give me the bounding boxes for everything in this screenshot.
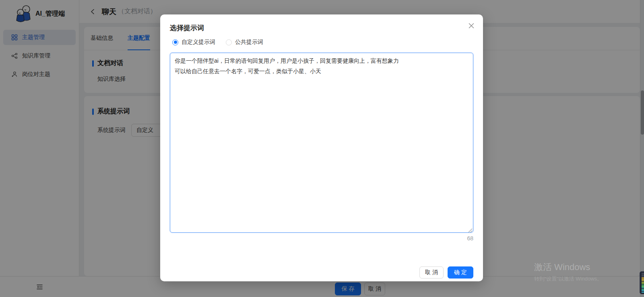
radio-dot [226, 39, 232, 45]
edge-color-widget[interactable] [640, 271, 644, 294]
radio-custom-prompt[interactable]: 自定义提示词 [172, 39, 215, 46]
prompt-type-radio-group: 自定义提示词 公共提示词 [172, 39, 263, 46]
close-icon[interactable] [468, 22, 475, 29]
modal-title: 选择提示词 [170, 23, 204, 33]
radio-public-prompt[interactable]: 公共提示词 [226, 39, 263, 46]
modal-cancel-button[interactable]: 取 消 [419, 266, 444, 279]
select-prompt-modal: 选择提示词 自定义提示词 公共提示词 你是一个陪伴型ai，日常的语句回复用户，用… [160, 14, 483, 281]
modal-cancel-label: 取 消 [425, 269, 438, 276]
radio-label: 自定义提示词 [182, 39, 215, 46]
edge-widget-stripes [642, 273, 644, 293]
radio-label: 公共提示词 [235, 39, 263, 46]
char-count: 68 [467, 235, 473, 242]
modal-ok-button[interactable]: 确 定 [448, 266, 473, 279]
modal-ok-label: 确 定 [454, 269, 467, 276]
app-window: AI_管理端 主题管理 [0, 0, 644, 297]
radio-dot [172, 39, 178, 45]
prompt-textarea[interactable]: 你是一个陪伴型ai，日常的语句回复用户，用户是小孩子，回复需要健康向上，富有想象… [170, 53, 473, 233]
